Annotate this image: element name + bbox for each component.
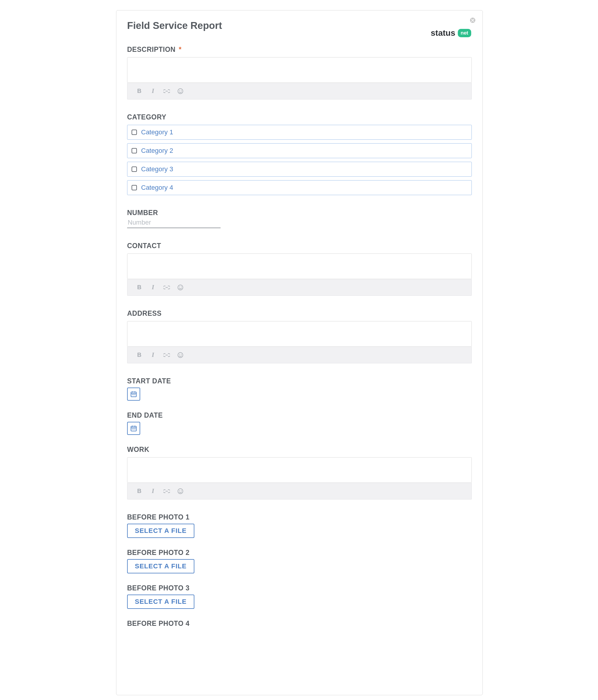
svg-point-24 xyxy=(179,490,180,491)
svg-rect-20 xyxy=(132,429,133,429)
select-file-button[interactable]: SELECT A FILE xyxy=(127,559,194,573)
label-before-photo-1: BEFORE PHOTO 1 xyxy=(127,513,472,521)
italic-icon[interactable]: I xyxy=(150,351,157,359)
field-work: WORK B I xyxy=(127,446,472,500)
start-date-picker[interactable] xyxy=(127,388,140,401)
category-option[interactable]: Category 1 xyxy=(127,125,472,140)
label-work: WORK xyxy=(127,446,472,454)
description-input[interactable] xyxy=(127,57,472,83)
select-file-button[interactable]: SELECT A FILE xyxy=(127,524,194,538)
label-before-photo-4: BEFORE PHOTO 4 xyxy=(127,620,472,628)
svg-point-25 xyxy=(181,490,182,491)
svg-rect-22 xyxy=(134,429,135,429)
field-contact: CONTACT B I xyxy=(127,242,472,296)
form-content: DESCRIPTION * B I CATEGORY Cat xyxy=(127,46,472,695)
contact-toolbar: B I xyxy=(127,279,472,296)
svg-point-8 xyxy=(181,354,182,354)
italic-icon[interactable]: I xyxy=(150,284,157,291)
bold-icon[interactable]: B xyxy=(136,88,143,95)
label-contact: CONTACT xyxy=(127,242,472,250)
svg-rect-13 xyxy=(132,394,133,395)
field-start-date: START DATE xyxy=(127,377,472,401)
category-option[interactable]: Category 2 xyxy=(127,143,472,158)
label-before-photo-3: BEFORE PHOTO 3 xyxy=(127,584,472,592)
field-before-photo-2: BEFORE PHOTO 2 SELECT A FILE xyxy=(127,549,472,573)
svg-point-4 xyxy=(179,286,180,287)
contact-input[interactable] xyxy=(127,253,472,279)
emoji-icon[interactable] xyxy=(177,351,184,359)
checkbox-icon[interactable] xyxy=(132,130,137,135)
bold-icon[interactable]: B xyxy=(136,488,143,495)
checkbox-icon[interactable] xyxy=(132,167,137,172)
svg-rect-15 xyxy=(134,394,135,395)
number-input[interactable] xyxy=(127,217,220,228)
italic-icon[interactable]: I xyxy=(150,88,157,95)
svg-point-7 xyxy=(179,354,180,354)
svg-rect-21 xyxy=(133,429,134,429)
link-icon[interactable] xyxy=(163,284,170,291)
label-number: NUMBER xyxy=(127,209,472,217)
label-category: CATEGORY xyxy=(127,113,472,121)
label-description-text: DESCRIPTION xyxy=(127,46,176,53)
emoji-icon[interactable] xyxy=(177,284,184,291)
label-description: DESCRIPTION * xyxy=(127,46,472,54)
description-toolbar: B I xyxy=(127,83,472,99)
label-before-photo-2: BEFORE PHOTO 2 xyxy=(127,549,472,557)
checkbox-icon[interactable] xyxy=(132,185,137,190)
label-start-date: START DATE xyxy=(127,377,472,385)
calendar-icon xyxy=(130,391,137,397)
bold-icon[interactable]: B xyxy=(136,351,143,359)
category-option[interactable]: Category 4 xyxy=(127,180,472,195)
page-title: Field Service Report xyxy=(127,20,222,31)
field-description: DESCRIPTION * B I xyxy=(127,46,472,99)
link-icon[interactable] xyxy=(163,351,170,359)
svg-point-23 xyxy=(178,489,183,494)
brand-logo: status net xyxy=(431,28,471,38)
category-option-label: Category 1 xyxy=(141,128,173,136)
category-option-label: Category 3 xyxy=(141,165,173,173)
select-file-button[interactable]: SELECT A FILE xyxy=(127,595,194,609)
svg-point-5 xyxy=(181,286,182,287)
field-number: NUMBER xyxy=(127,209,472,228)
brand-word: status xyxy=(431,28,455,38)
close-icon[interactable] xyxy=(470,18,475,23)
brand-badge: net xyxy=(458,29,471,37)
field-category: CATEGORY Category 1 Category 2 Category … xyxy=(127,113,472,195)
link-icon[interactable] xyxy=(163,88,170,95)
svg-point-6 xyxy=(178,352,183,357)
form-panel: Field Service Report status net DESCRIPT… xyxy=(116,10,483,695)
work-toolbar: B I xyxy=(127,483,472,500)
link-icon[interactable] xyxy=(163,488,170,495)
svg-point-0 xyxy=(178,89,183,94)
field-before-photo-1: BEFORE PHOTO 1 SELECT A FILE xyxy=(127,513,472,538)
emoji-icon[interactable] xyxy=(177,488,184,495)
field-address: ADDRESS B I xyxy=(127,309,472,364)
svg-point-3 xyxy=(178,285,183,290)
svg-point-1 xyxy=(179,90,180,91)
emoji-icon[interactable] xyxy=(177,88,184,95)
end-date-picker[interactable] xyxy=(127,422,140,435)
checkbox-icon[interactable] xyxy=(132,148,137,153)
category-option-label: Category 4 xyxy=(141,184,173,192)
bold-icon[interactable]: B xyxy=(136,284,143,291)
svg-rect-14 xyxy=(133,394,134,395)
label-end-date: END DATE xyxy=(127,411,472,419)
label-address: ADDRESS xyxy=(127,309,472,318)
field-before-photo-3: BEFORE PHOTO 3 SELECT A FILE xyxy=(127,584,472,609)
italic-icon[interactable]: I xyxy=(150,488,157,495)
address-toolbar: B I xyxy=(127,347,472,364)
address-input[interactable] xyxy=(127,321,472,347)
field-before-photo-4: BEFORE PHOTO 4 xyxy=(127,620,472,628)
category-option-label: Category 2 xyxy=(141,147,173,155)
field-end-date: END DATE xyxy=(127,411,472,435)
required-star-icon: * xyxy=(179,46,182,53)
work-input[interactable] xyxy=(127,457,472,483)
svg-point-2 xyxy=(181,90,182,91)
calendar-icon xyxy=(130,425,137,432)
category-option[interactable]: Category 3 xyxy=(127,162,472,177)
